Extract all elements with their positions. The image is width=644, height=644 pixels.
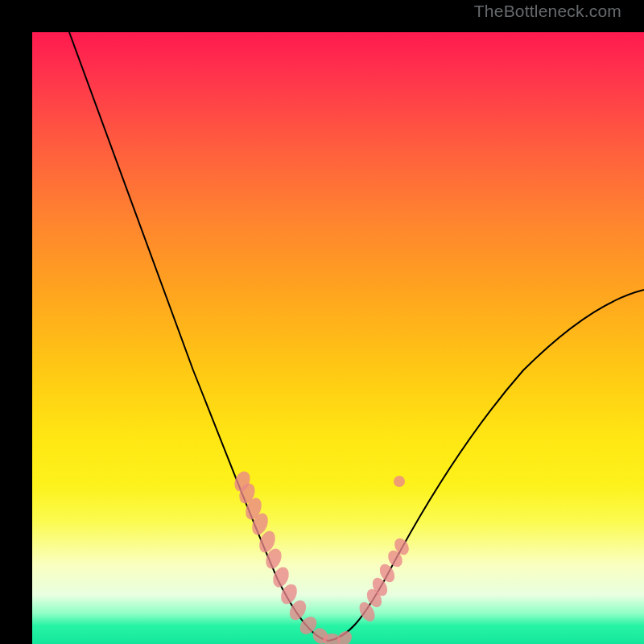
watermark-text: TheBottleneck.com (474, 2, 621, 21)
highlight-left (232, 469, 355, 644)
svg-point-19 (394, 476, 405, 487)
curve-layer (32, 32, 644, 644)
plot-area (32, 32, 644, 644)
highlight-right (357, 476, 412, 624)
chart-frame (0, 0, 644, 644)
curve-left-arm (69, 32, 328, 641)
